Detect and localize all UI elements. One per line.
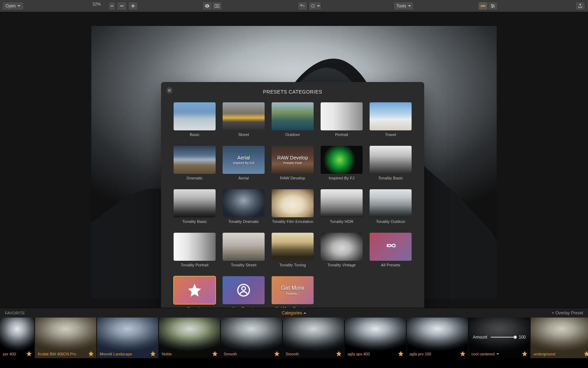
favorite-star-icon[interactable]	[88, 350, 94, 357]
preset-label: Noble	[162, 352, 172, 356]
history-icon	[310, 4, 315, 8]
preset-item[interactable]: Smooth	[221, 318, 282, 358]
preset-item[interactable]: per 400	[0, 318, 34, 358]
category-label: Aerial	[223, 176, 265, 180]
category-thumb	[223, 102, 265, 130]
eye-icon	[204, 3, 210, 9]
category-label: Tonality Basic	[370, 176, 412, 180]
compare-toggle-button[interactable]	[212, 2, 222, 10]
preset-label: agfa pro 100	[410, 352, 431, 356]
category-get-more-presets[interactable]: Get MorePresets...Get More Presets...	[272, 276, 314, 311]
modal-close-button[interactable]	[166, 87, 173, 94]
category-street[interactable]: Street	[223, 102, 265, 137]
undo-icon	[300, 3, 305, 9]
overlay-preset-button[interactable]: + Overlay Preset	[552, 311, 583, 315]
category-thumb	[174, 189, 216, 217]
category-label: Tonality Portrait	[174, 263, 216, 267]
categories-toggle[interactable]: Categories	[282, 311, 306, 315]
category-thumb	[272, 102, 314, 130]
share-button[interactable]	[575, 2, 585, 10]
history-menu[interactable]	[309, 2, 321, 10]
open-menu[interactable]: Open	[2, 2, 24, 10]
thumb-title: Get More	[281, 285, 304, 291]
category-label: Tonality Outdoor	[370, 219, 412, 224]
preset-item[interactable]: Smooth	[283, 318, 344, 358]
category-tonality-film-emulation[interactable]: Tonality Film Emulation	[272, 189, 314, 224]
share-icon	[578, 3, 583, 9]
category-label: Travel	[370, 132, 412, 137]
category-tonality-dramatic[interactable]: Tonality Dramatic	[223, 189, 265, 224]
category-label: Tonality Vintage	[321, 263, 363, 267]
star-icon	[174, 276, 216, 304]
category-outdoor[interactable]: Outdoor	[272, 102, 314, 137]
category-raw-develop[interactable]: RAW DevelopPresets PackRAW Develop	[272, 146, 314, 180]
svg-rect-0	[215, 4, 217, 7]
preset-item[interactable]: agfa pro 100	[407, 318, 468, 358]
zoom-in-button[interactable]	[128, 2, 138, 10]
category-tonality-basic[interactable]: Tonality Basic	[370, 146, 412, 180]
category-tonality-toning[interactable]: Tonality Toning	[272, 233, 314, 267]
zoom-dropdown[interactable]	[108, 2, 115, 10]
category-label: Dramatic	[174, 176, 216, 180]
presets-categories-modal: PRESETS CATEGORIES Basic Street Outdoor …	[161, 82, 424, 320]
presets-strip[interactable]: per 400 Kodak BW 400CN Pro Moonlit Lands…	[0, 318, 588, 358]
preset-label: cool centered	[471, 352, 499, 356]
favorite-star-icon[interactable]	[398, 350, 404, 357]
category-dramatic[interactable]: Dramatic	[174, 146, 216, 180]
category-all-presets[interactable]: All Presets	[370, 233, 412, 267]
category-thumb	[370, 102, 412, 130]
category-tonality-hdr[interactable]: Tonality HDR	[321, 189, 363, 224]
preview-toggle-button[interactable]	[202, 2, 212, 10]
zoom-value: 32%	[92, 2, 101, 7]
category-tonality-vintage[interactable]: Tonality Vintage	[321, 233, 363, 267]
category-basic[interactable]: Basic	[174, 102, 216, 137]
category-tonality-outdoor[interactable]: Tonality Outdoor	[370, 189, 412, 224]
favorite-star-icon[interactable]	[26, 350, 32, 357]
preset-item[interactable]: underground	[531, 318, 588, 358]
tools-menu[interactable]: Tools	[393, 2, 414, 10]
category-favorite[interactable]: Favorite	[174, 276, 216, 311]
preset-item-selected[interactable]: Amount 100 cool centered	[469, 318, 530, 358]
favorite-star-icon[interactable]	[522, 350, 528, 357]
sliders-icon	[490, 3, 496, 9]
category-inspired-by-fj[interactable]: Inspired By FJ	[321, 146, 363, 180]
favorite-star-icon[interactable]	[460, 350, 466, 357]
adjust-panel-toggle[interactable]	[488, 2, 498, 10]
favorite-star-icon[interactable]	[150, 350, 156, 357]
preset-item[interactable]: Noble	[159, 318, 220, 358]
svg-rect-3	[481, 5, 482, 7]
category-tonality-street[interactable]: Tonality Street	[223, 233, 265, 267]
favorite-star-icon[interactable]	[274, 350, 280, 357]
favorite-star-icon[interactable]	[336, 350, 342, 357]
category-label: Tonality HDR	[321, 219, 363, 224]
category-label: Tonality Street	[223, 263, 265, 267]
categories-label: Categories	[282, 311, 302, 315]
infinity-icon	[370, 233, 412, 261]
undo-button[interactable]	[298, 2, 307, 10]
amount-slider[interactable]	[491, 337, 515, 338]
category-portrait[interactable]: Portrait	[321, 102, 363, 137]
category-thumb	[223, 276, 265, 304]
category-tonality-portrait[interactable]: Tonality Portrait	[174, 233, 216, 267]
category-label: Basic	[174, 132, 216, 137]
category-label: Tonality Toning	[272, 263, 314, 267]
category-thumb	[223, 233, 265, 261]
tools-label: Tools	[396, 4, 406, 8]
preset-item[interactable]: agfa apx 400	[345, 318, 406, 358]
favorite-star-icon[interactable]	[212, 350, 218, 357]
category-tonality-basic-2[interactable]: Tonality Basic	[174, 189, 216, 224]
svg-point-10	[242, 287, 246, 291]
category-aerial[interactable]: AerialInspired By DJIAerial	[223, 146, 265, 180]
favorite-star-icon[interactable]	[583, 350, 588, 357]
category-thumb	[321, 102, 363, 130]
zoom-out-button[interactable]	[117, 2, 127, 10]
preset-item[interactable]: Moonlit Landscape	[97, 318, 158, 358]
category-user-presets[interactable]: User Presets	[223, 276, 265, 311]
category-thumb	[370, 146, 412, 174]
category-thumb	[174, 102, 216, 130]
category-label: All Presets	[370, 263, 412, 267]
category-travel[interactable]: Travel	[370, 102, 412, 137]
presets-panel-toggle[interactable]	[478, 2, 488, 10]
preset-item[interactable]: Kodak BW 400CN Pro	[35, 318, 96, 358]
category-thumb	[174, 146, 216, 174]
